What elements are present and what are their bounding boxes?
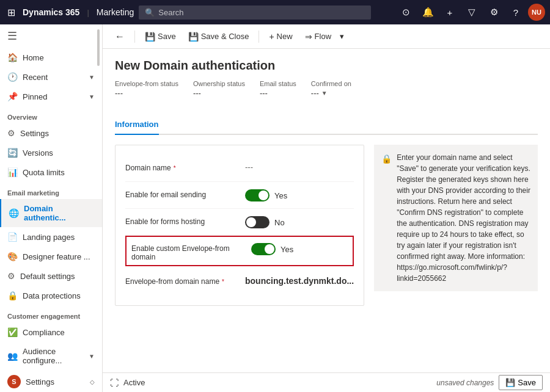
pin-icon: 📌 xyxy=(7,92,18,101)
sidebar-item-default-settings[interactable]: ⚙ Default settings xyxy=(0,266,102,286)
add-icon[interactable]: + xyxy=(440,2,460,22)
save-button[interactable]: 💾 Save xyxy=(140,29,181,44)
sidebar-item-label: Home xyxy=(23,53,44,62)
home-icon: 🏠 xyxy=(7,53,18,62)
settings-icon: ⚙ xyxy=(7,128,15,138)
lock-icon: 🔒 xyxy=(381,153,392,284)
audience-icon: 👥 xyxy=(7,351,18,361)
flow-label: Flow xyxy=(315,32,331,41)
sidebar-menu-toggle[interactable]: ☰ xyxy=(0,24,102,48)
bottom-save-button[interactable]: 💾 Save xyxy=(499,375,543,390)
sidebar-item-label: Domain authentic... xyxy=(24,204,95,222)
brand-name: Dynamics 365 xyxy=(23,7,79,17)
check-circle-icon[interactable]: ⊙ xyxy=(396,2,416,22)
sidebar-item-recent[interactable]: 🕐 Recent ▼ xyxy=(0,67,102,87)
expand-icon[interactable]: ⛶ xyxy=(110,378,119,388)
sidebar-item-label: Settings xyxy=(26,377,54,387)
sidebar-item-pinned[interactable]: 📌 Pinned ▼ xyxy=(0,87,102,106)
toolbar-sep-2 xyxy=(258,31,259,43)
save-close-button[interactable]: 💾 Save & Close xyxy=(183,29,254,44)
envelope-from-status-value: --- xyxy=(115,89,178,98)
sidebar-item-label: Recent xyxy=(23,73,48,82)
bell-icon[interactable]: 🔔 xyxy=(418,2,438,22)
sidebar-item-compliance[interactable]: ✅ Compliance xyxy=(0,322,102,342)
settings-icon[interactable]: ⚙ xyxy=(484,2,504,22)
flow-dropdown[interactable]: ⇒ Flow ▾ xyxy=(300,29,346,44)
tabs: Information xyxy=(115,115,538,135)
envelope-from-toggle[interactable] xyxy=(251,243,276,255)
sidebar-item-designer[interactable]: 🎨 Designer feature ... xyxy=(0,247,102,266)
flow-icon: ⇒ xyxy=(305,32,312,42)
bottom-bar: ⛶ Active unsaved changes 💾 Save xyxy=(103,372,550,392)
save-icon: 💾 xyxy=(505,378,515,387)
sidebar-item-label: Audience configure... xyxy=(23,347,84,365)
status-fields: Envelope-from status --- Ownership statu… xyxy=(115,80,538,105)
new-label: New xyxy=(277,32,293,41)
page-content: New Domain authentication Envelope-from … xyxy=(103,49,550,372)
confirmed-expand-icon[interactable]: ▼ xyxy=(321,90,328,96)
flow-button[interactable]: ⇒ Flow xyxy=(300,29,336,44)
envelope-from-domain-label: Enable custom Envelope-from domain xyxy=(131,241,241,261)
sidebar-section-email: Email marketing xyxy=(0,182,102,199)
back-button[interactable]: ← xyxy=(110,29,130,45)
status-text: Active xyxy=(123,378,145,387)
add-icon: + xyxy=(269,32,274,42)
field-envelope-domain-name: Envelope-from domain name * bouncing.tes… xyxy=(125,269,354,296)
sidebar-item-data-protections[interactable]: 🔒 Data protections xyxy=(0,286,102,305)
recent-icon: 🕐 xyxy=(7,72,18,82)
envelope-domain-name-label: Envelope-from domain name * xyxy=(125,274,235,286)
save-close-icon: 💾 xyxy=(188,32,199,42)
envelope-domain-name-value: bouncing.test.dynmkt.do... xyxy=(245,274,354,286)
domain-icon: 🌐 xyxy=(9,208,19,218)
email-sending-toggle[interactable] xyxy=(245,189,270,201)
field-forms-hosting: Enable for forms hosting No xyxy=(125,209,354,236)
search-input[interactable] xyxy=(158,8,365,17)
settings-expand-icon: ◇ xyxy=(90,379,95,385)
designer-icon: 🎨 xyxy=(7,252,18,261)
sidebar-item-versions[interactable]: 🔄 Versions xyxy=(0,143,102,162)
help-icon[interactable]: ? xyxy=(506,2,526,22)
sidebar-item-home[interactable]: 🏠 Home xyxy=(0,48,102,67)
email-status-label: Email status xyxy=(260,80,296,87)
quota-icon: 📊 xyxy=(7,167,18,177)
filter-icon[interactable]: ▽ xyxy=(462,2,482,22)
form-left: Domain name * --- Enable for email sendi… xyxy=(115,145,364,306)
new-button[interactable]: + New xyxy=(264,29,297,44)
forms-hosting-value: No xyxy=(245,214,354,228)
sidebar-item-audience[interactable]: 👥 Audience configure... ▼ xyxy=(0,342,102,370)
sidebar-item-quota[interactable]: 📊 Quota limits xyxy=(0,162,102,182)
sidebar-item-label: Quota limits xyxy=(23,168,65,177)
toggle-knob xyxy=(258,191,268,200)
content-area: ← 💾 Save 💾 Save & Close + New ⇒ Flow xyxy=(103,24,550,392)
sidebar-item-domain[interactable]: 🌐 Domain authentic... xyxy=(0,199,102,227)
sidebar-item-label: Compliance xyxy=(23,328,65,337)
sidebar-item-landing-pages[interactable]: 📄 Landing pages xyxy=(0,227,102,247)
sidebar-item-settings[interactable]: ⚙ Settings xyxy=(0,123,102,143)
flow-dropdown-arrow[interactable]: ▾ xyxy=(337,29,346,43)
domain-name-label: Domain name * xyxy=(125,160,235,172)
save-icon: 💾 xyxy=(145,32,155,42)
envelope-from-toggle-label: Yes xyxy=(280,245,293,254)
required-indicator: * xyxy=(174,165,176,172)
data-protection-icon: 🔒 xyxy=(7,291,18,300)
sidebar-item-label: Landing pages xyxy=(23,233,75,242)
tab-information[interactable]: Information xyxy=(115,115,159,135)
back-icon: ← xyxy=(115,31,125,42)
sidebar-item-bottom-settings[interactable]: S Settings ◇ xyxy=(0,370,102,392)
info-box: 🔒 Enter your domain name and select "Sav… xyxy=(374,145,538,291)
domain-value-text: bouncing.test.dynmkt.do... xyxy=(245,276,354,286)
chevron-down-icon: ▾ xyxy=(340,32,344,41)
email-status: Email status --- xyxy=(260,80,296,98)
user-avatar[interactable]: NU xyxy=(528,4,545,21)
save-label: Save xyxy=(158,32,176,41)
info-text: Enter your domain name and select "Save"… xyxy=(397,152,530,284)
sidebar: ☰ 🏠 Home 🕐 Recent ▼ 📌 Pinned ▼ Overview … xyxy=(0,24,103,392)
toggle-knob xyxy=(265,244,274,254)
search-bar[interactable]: 🔍 xyxy=(139,5,371,20)
bottom-settings-avatar: S xyxy=(7,375,21,388)
grid-icon[interactable]: ⊞ xyxy=(5,4,18,21)
envelope-from-status-label: Envelope-from status xyxy=(115,80,178,87)
forms-hosting-toggle[interactable] xyxy=(245,216,270,228)
toggle-knob xyxy=(246,217,256,227)
form-card: Domain name * --- Enable for email sendi… xyxy=(115,145,364,306)
